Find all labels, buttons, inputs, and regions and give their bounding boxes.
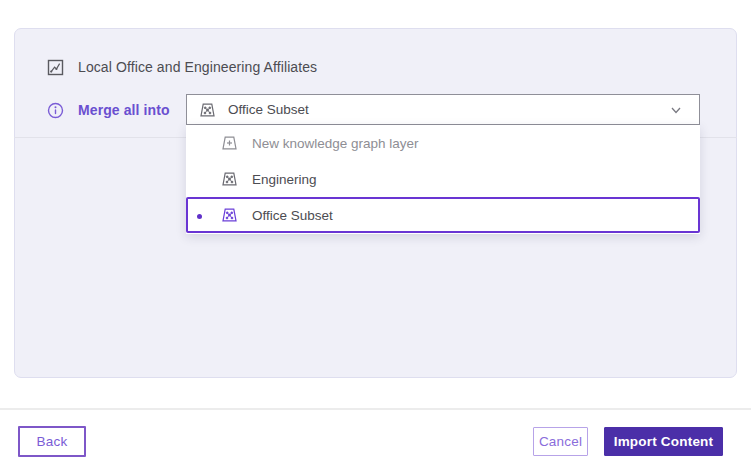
merge-target-select[interactable]: Office Subset bbox=[186, 94, 700, 125]
selected-dot-icon bbox=[197, 214, 202, 219]
footer-divider bbox=[0, 408, 751, 410]
menu-option-label: New knowledge graph layer bbox=[252, 136, 419, 151]
merge-row: Merge all into bbox=[47, 101, 170, 119]
import-dialog: Local Office and Engineering Affiliates … bbox=[0, 0, 751, 470]
menu-option-office-subset[interactable]: Office Subset bbox=[186, 197, 700, 233]
knowledge-graph-layer-icon bbox=[199, 102, 216, 118]
knowledge-graph-layer-icon bbox=[221, 171, 238, 187]
source-layer-label: Local Office and Engineering Affiliates bbox=[78, 59, 317, 75]
menu-option-new-knowledge-graph-layer[interactable]: New knowledge graph layer bbox=[186, 125, 700, 161]
menu-option-enginering[interactable]: Enginering bbox=[186, 161, 700, 197]
line-chart-box-icon bbox=[47, 59, 64, 76]
chevron-down-icon[interactable] bbox=[669, 104, 683, 116]
cancel-button[interactable]: Cancel bbox=[533, 427, 588, 456]
select-value: Office Subset bbox=[228, 102, 309, 117]
import-content-button[interactable]: Import Content bbox=[604, 427, 723, 456]
new-knowledge-graph-layer-icon bbox=[221, 135, 238, 151]
merge-all-into-label: Merge all into bbox=[78, 102, 170, 118]
merge-target-dropdown-menu: New knowledge graph layer Enginering bbox=[186, 125, 700, 234]
menu-option-label: Office Subset bbox=[252, 208, 333, 223]
source-row: Local Office and Engineering Affiliates bbox=[47, 58, 317, 76]
back-button[interactable]: Back bbox=[18, 426, 86, 457]
info-icon[interactable] bbox=[47, 102, 64, 119]
menu-option-label: Enginering bbox=[252, 172, 317, 187]
knowledge-graph-layer-icon bbox=[221, 207, 238, 223]
